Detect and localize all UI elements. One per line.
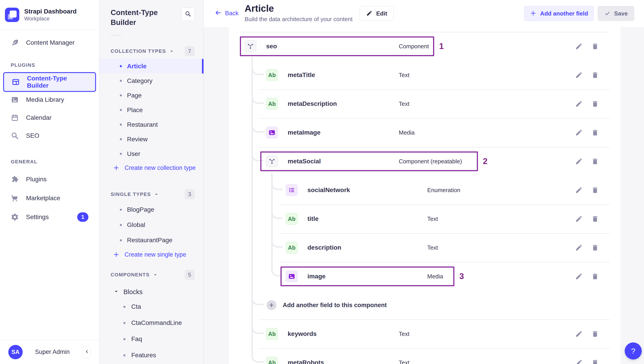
edit-field-button[interactable]	[575, 186, 583, 194]
nav-item-label: Marketplace	[26, 195, 60, 202]
collapse-sidebar-button[interactable]	[83, 346, 91, 358]
delete-field-button[interactable]	[591, 157, 599, 165]
builder-item-global[interactable]: Global	[100, 217, 204, 233]
user-name: Super Admin	[35, 348, 70, 355]
field-type: Text	[427, 205, 438, 233]
builder-item-blogpage[interactable]: BlogPage	[100, 202, 204, 217]
search-icon	[185, 11, 192, 18]
component-item-cta[interactable]: Cta	[100, 299, 204, 315]
help-button[interactable]: ?	[625, 342, 642, 359]
save-button[interactable]: Save	[598, 6, 634, 21]
component-item-ctacommandline[interactable]: CtaCommandLine	[100, 315, 204, 331]
add-field-to-component-button[interactable]	[266, 300, 276, 310]
builder-item-page[interactable]: Page	[100, 88, 204, 103]
edit-button[interactable]: Edit	[360, 6, 394, 21]
sidebar-item-media-library[interactable]: Media Library	[3, 92, 96, 108]
builder-item-label: Category	[127, 77, 152, 84]
builder-item-category[interactable]: Category	[100, 73, 204, 88]
bullet-icon	[124, 306, 126, 308]
builder-section-count: 7	[185, 46, 194, 56]
field-name: socialNetwork	[308, 176, 350, 205]
section-header-collection-types[interactable]: COLLECTION TYPES 7	[100, 47, 204, 56]
delete-field-button[interactable]	[591, 244, 599, 251]
fields-list: seo Component 1 Ab metaTitle Text Ab met…	[229, 32, 620, 364]
edit-field-button[interactable]	[575, 129, 583, 136]
edit-field-button[interactable]	[575, 71, 583, 79]
builder-item-label: Faq	[131, 335, 142, 343]
bullet-icon	[120, 224, 122, 226]
sidebar-item-content-type-builder[interactable]: Content-Type Builder	[3, 72, 96, 92]
sidebar-item-plugins[interactable]: Plugins	[3, 171, 96, 187]
delete-field-button[interactable]	[591, 215, 599, 223]
sidebar-item-content-manager[interactable]: Content Manager	[3, 35, 96, 51]
avatar[interactable]: SA	[8, 345, 23, 359]
builder-item-restaurantpage[interactable]: RestaurantPage	[100, 233, 204, 248]
edit-field-button[interactable]	[575, 244, 583, 251]
builder-item-label: Place	[127, 106, 143, 114]
nav-item-label: Plugins	[26, 176, 47, 183]
field-type: Text	[427, 233, 438, 262]
create-link-create-new-single-type[interactable]: Create new single type	[100, 248, 204, 261]
builder-item-review[interactable]: Review	[100, 132, 204, 146]
component-group-blocks[interactable]: Blocks	[100, 285, 204, 299]
content-type-builder-sidebar: Content-Type Builder COLLECTION TYPES 7 …	[100, 0, 204, 364]
page-subtitle: Build the data architecture of your cont…	[244, 16, 352, 23]
add-another-field-button[interactable]: Add another field	[524, 6, 594, 21]
delete-field-button[interactable]	[591, 100, 599, 108]
nav-item-label: Content-Type Builder	[27, 75, 88, 89]
edit-field-button[interactable]	[575, 100, 583, 108]
builder-section-label: COMPONENTS	[110, 272, 150, 278]
edit-field-button[interactable]	[575, 157, 583, 165]
builder-item-user[interactable]: User	[100, 146, 204, 161]
edit-field-button[interactable]	[575, 330, 583, 338]
calendar-icon	[11, 114, 19, 122]
builder-item-restaurant[interactable]: Restaurant	[100, 117, 204, 132]
component-item-features[interactable]: Features	[100, 347, 204, 363]
section-header-single-types[interactable]: SINGLE TYPES 3	[100, 190, 204, 199]
plus-icon	[113, 164, 120, 171]
section-header-components[interactable]: COMPONENTS 5	[100, 270, 204, 279]
bullet-icon	[120, 94, 122, 96]
edit-field-button[interactable]	[575, 43, 583, 50]
sidebar-item-settings[interactable]: Settings 1	[3, 209, 96, 225]
field-row-title: Ab title Text	[229, 205, 620, 233]
main-nav: Content Manager PLUGINS Content-Type Bui…	[0, 30, 99, 225]
builder-item-article[interactable]: Article	[100, 59, 204, 73]
field-row-socialNetwork: socialNetwork Enumeration	[229, 176, 620, 205]
field-type: Text	[399, 89, 410, 118]
builder-item-label: Page	[127, 92, 142, 99]
sidebar-item-marketplace[interactable]: Marketplace	[3, 190, 96, 206]
nav-section-general: GENERAL	[3, 158, 96, 165]
field-row-metaRobots: Ab metaRobots Text	[229, 348, 620, 364]
delete-field-button[interactable]	[591, 129, 599, 136]
delete-field-button[interactable]	[591, 359, 599, 364]
app-title: Strapi Dashboard	[24, 8, 76, 15]
builder-item-place[interactable]: Place	[100, 103, 204, 117]
plus-icon	[530, 10, 536, 17]
row-divider	[279, 205, 610, 205]
back-link[interactable]: Back	[214, 9, 238, 18]
field-name: metaTitle	[288, 61, 315, 89]
sidebar-item-calendar[interactable]: Calendar	[3, 110, 96, 126]
search-button[interactable]	[182, 8, 194, 21]
delete-field-button[interactable]	[591, 273, 599, 280]
bullet-icon	[120, 80, 122, 82]
delete-field-button[interactable]	[591, 330, 599, 338]
builder-list: Article Category Page Place Restaurant R…	[100, 59, 204, 161]
edit-field-button[interactable]	[575, 215, 583, 223]
settings-badge: 1	[77, 212, 88, 222]
edit-field-button[interactable]	[575, 273, 583, 280]
create-link-create-new-collection-type[interactable]: Create new collection type	[100, 161, 204, 174]
field-type: Text	[399, 61, 410, 89]
component-item-faq[interactable]: Faq	[100, 331, 204, 347]
builder-item-label: Cta	[131, 303, 141, 310]
sidebar-item-seo[interactable]: SEO	[3, 128, 96, 144]
delete-field-button[interactable]	[591, 71, 599, 79]
field-row-metaDescription: Ab metaDescription Text	[229, 89, 620, 118]
delete-field-button[interactable]	[591, 186, 599, 194]
bullet-icon	[120, 209, 122, 211]
edit-field-button[interactable]	[575, 359, 583, 364]
row-divider	[279, 262, 610, 262]
delete-field-button[interactable]	[591, 43, 599, 50]
builder-item-label: Article	[127, 63, 146, 70]
